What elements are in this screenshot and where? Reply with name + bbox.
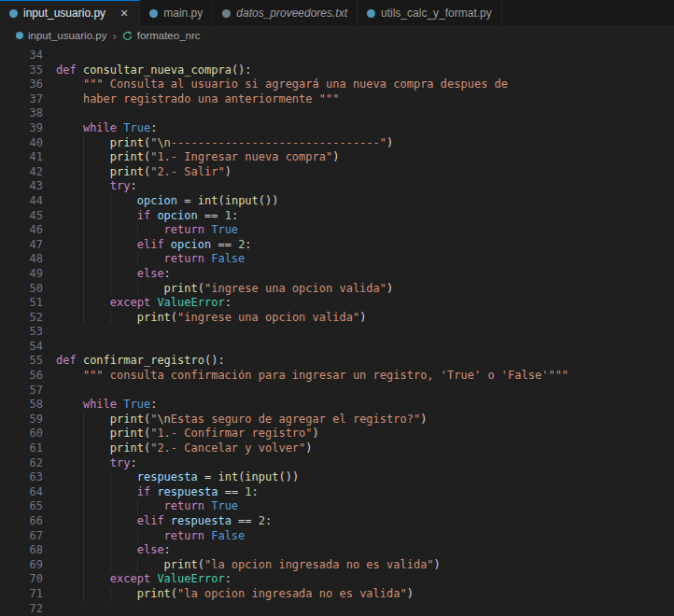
- indent-guide: [83, 499, 84, 514]
- code-line-text: opcion = int(input()): [56, 194, 674, 209]
- code-line-text: try:: [56, 179, 674, 194]
- editor-tab[interactable]: datos_proveedores.txt: [213, 0, 358, 25]
- code-line[interactable]: 44 opcion = int(input()): [0, 194, 674, 209]
- line-number: 54: [0, 340, 43, 355]
- code-line[interactable]: 56 """ consulta confirmación para ingres…: [0, 369, 674, 384]
- code-line[interactable]: 68 else:: [0, 543, 674, 558]
- code-line[interactable]: 69 print("la opcion ingresada no es vali…: [0, 558, 674, 573]
- line-number: 72: [0, 602, 43, 616]
- code-line[interactable]: 64 if respuesta == 1:: [0, 485, 674, 500]
- line-number: 45: [0, 209, 43, 224]
- code-line-text: [56, 106, 674, 121]
- line-number: 62: [0, 456, 43, 471]
- code-line[interactable]: 65 return True: [0, 499, 674, 514]
- code-line-text: [56, 49, 674, 63]
- code-line[interactable]: 53: [0, 325, 674, 340]
- code-line-text: print("ingrese una opcion valida"): [56, 282, 674, 297]
- indent-guide: [110, 311, 111, 326]
- code-line[interactable]: 48 return False: [0, 252, 674, 267]
- code-line[interactable]: 66 elif respuesta == 2:: [0, 514, 674, 529]
- code-line[interactable]: 47 elif opcion == 2:: [0, 238, 674, 253]
- line-number: 59: [0, 413, 43, 427]
- code-line[interactable]: 57: [0, 384, 674, 399]
- code-line[interactable]: 39 while True:: [0, 121, 674, 136]
- code-line[interactable]: 55def confirmar_registro():: [0, 354, 674, 369]
- code-line[interactable]: 46 return True: [0, 223, 674, 238]
- code-line[interactable]: 40 print("\n----------------------------…: [0, 136, 674, 151]
- code-editor[interactable]: 3435def consultar_nueva_compra():36 """ …: [0, 46, 674, 616]
- breadcrumb: input_usuario.py › formateo_nrc: [0, 25, 674, 46]
- code-line-text: [56, 325, 674, 340]
- text-file-icon: [222, 9, 231, 18]
- editor-tab[interactable]: main.py: [140, 0, 213, 25]
- line-number: 36: [0, 77, 43, 92]
- code-line[interactable]: 36 """ Consulta al usuario si agregará u…: [0, 77, 674, 92]
- indent-guide: [110, 194, 111, 209]
- code-line[interactable]: 51 except ValueError:: [0, 296, 674, 311]
- editor-tab[interactable]: utils_calc_y_format.py: [358, 0, 502, 25]
- code-line[interactable]: 38: [0, 106, 674, 121]
- code-line[interactable]: 50 print("ingrese una opcion valida"): [0, 282, 674, 297]
- code-line-text: while True:: [56, 121, 674, 136]
- python-file-icon: [149, 9, 158, 18]
- indent-guide: [137, 529, 138, 544]
- breadcrumb-file[interactable]: input_usuario.py: [28, 30, 106, 41]
- indent-guide: [83, 572, 84, 587]
- code-line-text: haber registrado una anteriormente """: [56, 92, 674, 107]
- symbol-function-icon: [122, 31, 133, 41]
- code-line-text: else:: [56, 543, 674, 558]
- editor-tab[interactable]: input_usuario.py×: [0, 0, 140, 25]
- code-line[interactable]: 41 print("1.- Ingresar nueva compra"): [0, 150, 674, 165]
- code-line[interactable]: 37 haber registrado una anteriormente ""…: [0, 92, 674, 107]
- line-number: 57: [0, 384, 43, 399]
- code-line-text: print("la opcion ingresada no es valida"…: [56, 558, 674, 573]
- code-line[interactable]: 72: [0, 602, 674, 616]
- code-line[interactable]: 58 while True:: [0, 398, 674, 413]
- code-line[interactable]: 49 else:: [0, 267, 674, 282]
- code-line-text: elif opcion == 2:: [56, 238, 674, 253]
- tab-label: utils_calc_y_format.py: [381, 7, 492, 20]
- indent-guide: [83, 238, 84, 253]
- code-line[interactable]: 45 if opcion == 1:: [0, 209, 674, 224]
- code-line[interactable]: 70 except ValueError:: [0, 572, 674, 587]
- code-line[interactable]: 59 print("\nEstas seguro de agregar el r…: [0, 413, 674, 427]
- code-line-text: print("\n-------------------------------…: [56, 136, 674, 151]
- code-line[interactable]: 63 respuesta = int(input()): [0, 470, 674, 485]
- code-line-text: return False: [56, 252, 674, 267]
- line-number: 39: [0, 121, 43, 136]
- code-line-text: respuesta = int(input()): [56, 470, 674, 485]
- line-number: 40: [0, 136, 43, 151]
- line-number: 46: [0, 223, 43, 238]
- close-icon[interactable]: ×: [119, 7, 130, 20]
- breadcrumb-symbol[interactable]: formateo_nrc: [137, 30, 201, 41]
- indent-guide: [110, 252, 111, 267]
- indent-guide: [110, 499, 111, 514]
- indent-guide: [110, 238, 111, 253]
- code-line[interactable]: 34: [0, 49, 674, 63]
- indent-guide: [137, 558, 138, 573]
- code-line[interactable]: 35def consultar_nueva_compra():: [0, 63, 674, 78]
- code-line[interactable]: 43 try:: [0, 179, 674, 194]
- code-line-text: """ consulta confirmación para ingresar …: [56, 369, 674, 384]
- code-line[interactable]: 71 print("la opcion ingresada no es vali…: [0, 587, 674, 602]
- indent-guide: [137, 223, 138, 238]
- indent-guide: [83, 427, 84, 441]
- code-line[interactable]: 42 print("2.- Salir"): [0, 165, 674, 180]
- indent-guide: [83, 441, 84, 456]
- line-number: 48: [0, 252, 43, 267]
- code-line[interactable]: 60 print("1.- Confirmar registro"): [0, 427, 674, 441]
- indent-guide: [83, 456, 84, 471]
- code-line[interactable]: 54: [0, 340, 674, 355]
- tab-label: datos_proveedores.txt: [236, 7, 347, 20]
- code-line[interactable]: 62 try:: [0, 456, 674, 471]
- line-number: 49: [0, 267, 43, 282]
- indent-guide: [83, 209, 84, 224]
- indent-guide: [83, 165, 84, 180]
- line-number: 42: [0, 165, 43, 180]
- code-line[interactable]: 61 print("2.- Cancelar y volver"): [0, 441, 674, 456]
- indent-guide: [83, 136, 84, 151]
- indent-guide: [110, 282, 111, 297]
- code-line[interactable]: 52 print("ingrese una opcion valida"): [0, 311, 674, 326]
- code-line[interactable]: 67 return False: [0, 529, 674, 544]
- indent-guide: [83, 311, 84, 326]
